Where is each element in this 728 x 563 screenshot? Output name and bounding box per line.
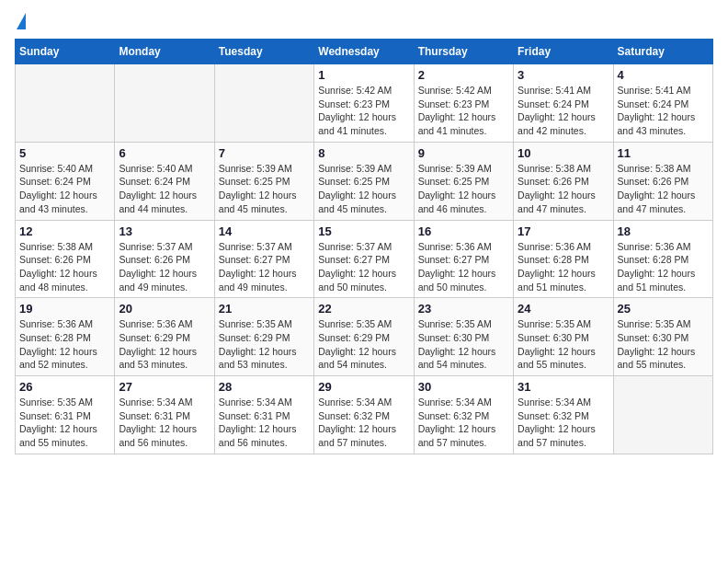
calendar-cell: 2Sunrise: 5:42 AM Sunset: 6:23 PM Daylig… xyxy=(414,64,513,143)
day-number: 27 xyxy=(119,380,210,394)
calendar-cell: 27Sunrise: 5:34 AM Sunset: 6:31 PM Dayli… xyxy=(115,376,214,454)
day-info: Sunrise: 5:37 AM Sunset: 6:26 PM Dayligh… xyxy=(119,240,210,294)
day-info: Sunrise: 5:39 AM Sunset: 6:25 PM Dayligh… xyxy=(318,162,409,216)
calendar-cell: 26Sunrise: 5:35 AM Sunset: 6:31 PM Dayli… xyxy=(16,376,115,454)
day-info: Sunrise: 5:34 AM Sunset: 6:32 PM Dayligh… xyxy=(418,396,509,450)
day-info: Sunrise: 5:40 AM Sunset: 6:24 PM Dayligh… xyxy=(119,162,210,216)
day-number: 15 xyxy=(318,224,409,238)
day-info: Sunrise: 5:35 AM Sunset: 6:30 PM Dayligh… xyxy=(518,317,609,372)
day-info: Sunrise: 5:40 AM Sunset: 6:24 PM Dayligh… xyxy=(19,162,110,216)
calendar-week-row: 26Sunrise: 5:35 AM Sunset: 6:31 PM Dayli… xyxy=(16,376,713,454)
day-info: Sunrise: 5:36 AM Sunset: 6:28 PM Dayligh… xyxy=(518,240,609,294)
calendar-cell: 24Sunrise: 5:35 AM Sunset: 6:30 PM Dayli… xyxy=(514,298,613,376)
day-number: 30 xyxy=(418,380,509,394)
logo xyxy=(15,15,22,31)
calendar-cell: 9Sunrise: 5:39 AM Sunset: 6:25 PM Daylig… xyxy=(414,142,513,220)
calendar-cell: 15Sunrise: 5:37 AM Sunset: 6:27 PM Dayli… xyxy=(314,220,414,298)
weekday-header-sunday: Sunday xyxy=(16,40,115,64)
calendar-header-row: SundayMondayTuesdayWednesdayThursdayFrid… xyxy=(16,40,713,64)
day-number: 7 xyxy=(219,146,310,160)
page-header xyxy=(15,15,713,31)
calendar-cell: 13Sunrise: 5:37 AM Sunset: 6:26 PM Dayli… xyxy=(115,220,214,298)
calendar-cell: 20Sunrise: 5:36 AM Sunset: 6:29 PM Dayli… xyxy=(115,298,214,376)
day-number: 9 xyxy=(418,146,509,160)
day-number: 2 xyxy=(418,68,509,82)
day-info: Sunrise: 5:34 AM Sunset: 6:32 PM Dayligh… xyxy=(518,396,609,450)
day-info: Sunrise: 5:34 AM Sunset: 6:31 PM Dayligh… xyxy=(219,396,310,450)
day-info: Sunrise: 5:41 AM Sunset: 6:24 PM Dayligh… xyxy=(518,84,609,138)
day-info: Sunrise: 5:38 AM Sunset: 6:26 PM Dayligh… xyxy=(19,240,110,294)
calendar-cell: 12Sunrise: 5:38 AM Sunset: 6:26 PM Dayli… xyxy=(16,220,115,298)
day-number: 23 xyxy=(418,302,509,316)
calendar-cell xyxy=(214,64,313,143)
day-info: Sunrise: 5:37 AM Sunset: 6:27 PM Dayligh… xyxy=(318,240,409,294)
calendar-week-row: 5Sunrise: 5:40 AM Sunset: 6:24 PM Daylig… xyxy=(16,142,713,220)
calendar-cell: 17Sunrise: 5:36 AM Sunset: 6:28 PM Dayli… xyxy=(514,220,613,298)
calendar-week-row: 19Sunrise: 5:36 AM Sunset: 6:28 PM Dayli… xyxy=(16,298,713,376)
day-number: 5 xyxy=(19,146,110,160)
weekday-header-friday: Friday xyxy=(514,40,613,64)
day-info: Sunrise: 5:36 AM Sunset: 6:28 PM Dayligh… xyxy=(618,240,709,294)
day-info: Sunrise: 5:36 AM Sunset: 6:28 PM Dayligh… xyxy=(19,317,110,372)
calendar-cell: 30Sunrise: 5:34 AM Sunset: 6:32 PM Dayli… xyxy=(414,376,513,454)
day-info: Sunrise: 5:35 AM Sunset: 6:29 PM Dayligh… xyxy=(318,317,409,372)
day-info: Sunrise: 5:34 AM Sunset: 6:32 PM Dayligh… xyxy=(318,396,409,450)
day-number: 14 xyxy=(219,224,310,238)
day-info: Sunrise: 5:39 AM Sunset: 6:25 PM Dayligh… xyxy=(418,162,509,216)
day-number: 17 xyxy=(518,224,609,238)
day-number: 8 xyxy=(318,146,409,160)
calendar-cell: 6Sunrise: 5:40 AM Sunset: 6:24 PM Daylig… xyxy=(115,142,214,220)
day-info: Sunrise: 5:35 AM Sunset: 6:31 PM Dayligh… xyxy=(19,396,110,450)
day-number: 22 xyxy=(318,302,409,316)
weekday-header-saturday: Saturday xyxy=(613,40,712,64)
weekday-header-tuesday: Tuesday xyxy=(214,40,313,64)
calendar-cell: 31Sunrise: 5:34 AM Sunset: 6:32 PM Dayli… xyxy=(514,376,613,454)
day-info: Sunrise: 5:37 AM Sunset: 6:27 PM Dayligh… xyxy=(219,240,310,294)
day-number: 26 xyxy=(19,380,110,394)
calendar-cell: 19Sunrise: 5:36 AM Sunset: 6:28 PM Dayli… xyxy=(16,298,115,376)
day-number: 10 xyxy=(518,146,609,160)
weekday-header-wednesday: Wednesday xyxy=(314,40,414,64)
day-number: 6 xyxy=(119,146,210,160)
calendar-cell: 3Sunrise: 5:41 AM Sunset: 6:24 PM Daylig… xyxy=(514,64,613,143)
day-info: Sunrise: 5:38 AM Sunset: 6:26 PM Dayligh… xyxy=(518,162,609,216)
day-number: 28 xyxy=(219,380,310,394)
day-number: 19 xyxy=(19,302,110,316)
day-info: Sunrise: 5:42 AM Sunset: 6:23 PM Dayligh… xyxy=(418,84,509,138)
day-number: 13 xyxy=(119,224,210,238)
calendar-cell: 1Sunrise: 5:42 AM Sunset: 6:23 PM Daylig… xyxy=(314,64,414,143)
calendar-table: SundayMondayTuesdayWednesdayThursdayFrid… xyxy=(15,39,713,454)
calendar-cell: 10Sunrise: 5:38 AM Sunset: 6:26 PM Dayli… xyxy=(514,142,613,220)
day-number: 18 xyxy=(618,224,709,238)
calendar-cell: 14Sunrise: 5:37 AM Sunset: 6:27 PM Dayli… xyxy=(214,220,313,298)
day-number: 20 xyxy=(119,302,210,316)
calendar-cell: 4Sunrise: 5:41 AM Sunset: 6:24 PM Daylig… xyxy=(613,64,712,143)
weekday-header-monday: Monday xyxy=(115,40,214,64)
day-number: 11 xyxy=(618,146,709,160)
day-info: Sunrise: 5:36 AM Sunset: 6:29 PM Dayligh… xyxy=(119,317,210,372)
day-info: Sunrise: 5:42 AM Sunset: 6:23 PM Dayligh… xyxy=(318,84,409,138)
day-number: 25 xyxy=(618,302,709,316)
day-number: 1 xyxy=(318,68,409,82)
day-info: Sunrise: 5:41 AM Sunset: 6:24 PM Dayligh… xyxy=(618,84,709,138)
day-number: 29 xyxy=(318,380,409,394)
calendar-cell: 5Sunrise: 5:40 AM Sunset: 6:24 PM Daylig… xyxy=(16,142,115,220)
day-info: Sunrise: 5:39 AM Sunset: 6:25 PM Dayligh… xyxy=(219,162,310,216)
calendar-cell: 16Sunrise: 5:36 AM Sunset: 6:27 PM Dayli… xyxy=(414,220,513,298)
day-info: Sunrise: 5:34 AM Sunset: 6:31 PM Dayligh… xyxy=(119,396,210,450)
calendar-cell: 7Sunrise: 5:39 AM Sunset: 6:25 PM Daylig… xyxy=(214,142,313,220)
calendar-week-row: 12Sunrise: 5:38 AM Sunset: 6:26 PM Dayli… xyxy=(16,220,713,298)
calendar-cell: 25Sunrise: 5:35 AM Sunset: 6:30 PM Dayli… xyxy=(613,298,712,376)
calendar-cell: 28Sunrise: 5:34 AM Sunset: 6:31 PM Dayli… xyxy=(214,376,313,454)
calendar-cell: 8Sunrise: 5:39 AM Sunset: 6:25 PM Daylig… xyxy=(314,142,414,220)
calendar-week-row: 1Sunrise: 5:42 AM Sunset: 6:23 PM Daylig… xyxy=(16,64,713,143)
calendar-cell: 29Sunrise: 5:34 AM Sunset: 6:32 PM Dayli… xyxy=(314,376,414,454)
calendar-cell: 23Sunrise: 5:35 AM Sunset: 6:30 PM Dayli… xyxy=(414,298,513,376)
day-info: Sunrise: 5:36 AM Sunset: 6:27 PM Dayligh… xyxy=(418,240,509,294)
weekday-header-thursday: Thursday xyxy=(414,40,513,64)
calendar-cell xyxy=(115,64,214,143)
day-info: Sunrise: 5:38 AM Sunset: 6:26 PM Dayligh… xyxy=(618,162,709,216)
day-info: Sunrise: 5:35 AM Sunset: 6:29 PM Dayligh… xyxy=(219,317,310,372)
day-number: 31 xyxy=(518,380,609,394)
day-number: 4 xyxy=(618,68,709,82)
